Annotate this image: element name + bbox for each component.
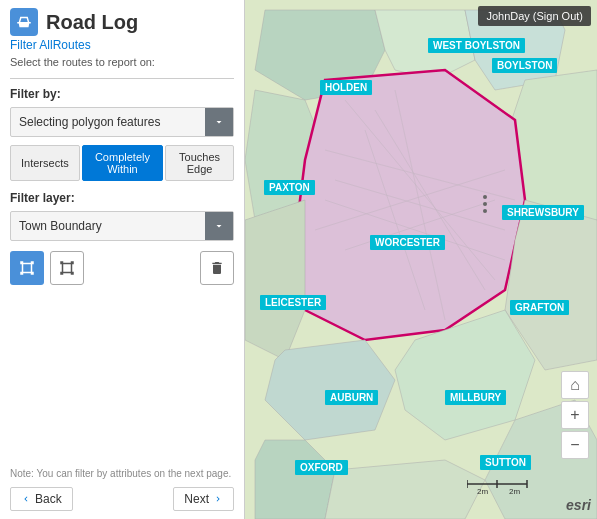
trash-button[interactable] [200,251,234,285]
map-label-worcester: WORCESTER [370,235,445,250]
next-button[interactable]: Next [173,487,234,511]
select-routes-label: Select the routes to report on: [10,56,234,68]
draw-tools [10,251,234,285]
back-button[interactable]: Back [10,487,73,511]
map-label-shrewsbury: SHREWSBURY [502,205,584,220]
nav-row: Back Next [10,487,234,511]
map-label-west-boylston: WEST BOYLSTON [428,38,525,53]
road-icon [10,8,38,36]
sign-out-button[interactable]: JohnDay (Sign Out) [478,6,591,26]
home-button[interactable]: ⌂ [561,371,589,399]
map-area[interactable]: JohnDay (Sign Out) HOLDENWEST BOYLSTONBO… [245,0,597,519]
polygon-dropdown-text: Selecting polygon features [11,110,205,134]
map-label-paxton: PAXTON [264,180,315,195]
map-label-auburn: AUBURN [325,390,378,405]
zoom-out-button[interactable]: − [561,431,589,459]
polygon-dropdown[interactable]: Selecting polygon features [10,107,234,137]
sidebar-footer: Note: You can filter by attributes on th… [10,460,234,511]
note-text: Note: You can filter by attributes on th… [10,468,234,479]
map-svg [245,0,597,519]
touches-edge-button[interactable]: Touches Edge [165,145,234,181]
select-layer-button[interactable] [50,251,84,285]
zoom-in-button[interactable]: + [561,401,589,429]
scale-bar: 2m 2m [467,474,547,497]
app-container: Road Log Filter AllRoutes Select the rou… [0,0,597,519]
dots-menu[interactable] [483,195,487,213]
map-label-leicester: LEICESTER [260,295,326,310]
map-controls: ⌂ + − [561,371,589,459]
draw-polygon-button[interactable] [10,251,44,285]
divider-1 [10,78,234,79]
svg-text:2m: 2m [509,487,520,494]
sidebar-header: Road Log [10,8,234,36]
map-label-sutton: SUTTON [480,455,531,470]
layer-dropdown[interactable]: Town Boundary [10,211,234,241]
layer-dropdown-text: Town Boundary [11,214,205,238]
map-label-millbury: MILLBURY [445,390,506,405]
spatial-filter-buttons: Intersects Completely Within Touches Edg… [10,145,234,181]
filter-all-routes-link[interactable]: Filter AllRoutes [10,38,234,52]
svg-text:2m: 2m [477,487,488,494]
filter-by-label: Filter by: [10,87,234,101]
map-label-grafton: GRAFTON [510,300,569,315]
intersects-button[interactable]: Intersects [10,145,80,181]
esri-logo: esri [566,497,591,513]
map-label-boylston: BOYLSTON [492,58,557,73]
svg-marker-6 [295,70,525,340]
sidebar: Road Log Filter AllRoutes Select the rou… [0,0,245,519]
completely-within-button[interactable]: Completely Within [82,145,164,181]
polygon-dropdown-arrow[interactable] [205,108,233,136]
map-label-holden: HOLDEN [320,80,372,95]
filter-layer-label: Filter layer: [10,191,234,205]
app-title: Road Log [46,11,138,34]
svg-marker-13 [325,460,485,519]
map-label-oxford: OXFORD [295,460,348,475]
layer-dropdown-arrow[interactable] [205,212,233,240]
